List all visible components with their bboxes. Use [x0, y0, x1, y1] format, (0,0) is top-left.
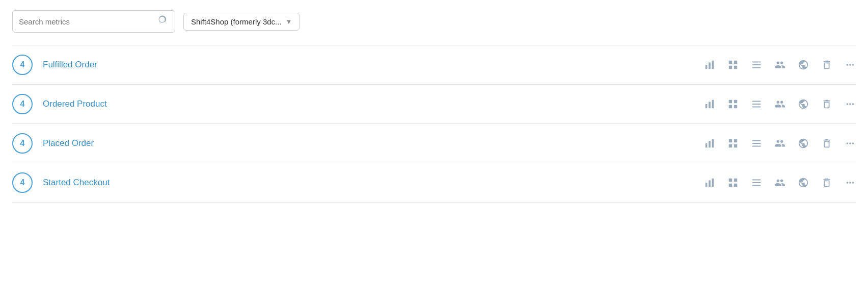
globe-icon[interactable] [798, 59, 809, 70]
metric-badge: 4 [12, 55, 33, 75]
grid-icon[interactable] [727, 59, 739, 70]
metric-name[interactable]: Ordered Product [43, 99, 704, 109]
more-icon[interactable] [845, 59, 856, 70]
list-icon[interactable] [751, 59, 762, 70]
svg-rect-8 [712, 139, 714, 148]
list-icon[interactable] [751, 98, 762, 110]
search-input[interactable] [19, 17, 157, 26]
more-icon[interactable] [845, 138, 856, 149]
users-icon[interactable] [774, 138, 785, 149]
metric-badge: 4 [12, 94, 33, 114]
metric-actions [704, 59, 856, 70]
metric-actions [704, 98, 856, 110]
svg-rect-3 [706, 104, 708, 108]
grid-icon[interactable] [727, 138, 739, 149]
more-icon[interactable] [845, 177, 856, 188]
metric-name[interactable]: Started Checkout [43, 178, 704, 188]
svg-rect-5 [712, 100, 714, 109]
svg-rect-9 [706, 183, 708, 187]
globe-icon[interactable] [798, 98, 809, 110]
svg-rect-10 [709, 180, 711, 187]
grid-icon[interactable] [727, 98, 739, 110]
bar-chart-icon[interactable] [704, 177, 715, 188]
users-icon[interactable] [774, 59, 785, 70]
metric-actions [704, 177, 856, 188]
chevron-down-icon: ▼ [286, 18, 292, 26]
table-row: 4 Placed Order [12, 124, 856, 163]
metric-badge: 4 [12, 133, 33, 154]
search-icon[interactable] [157, 15, 169, 28]
metric-badge: 4 [12, 172, 33, 193]
bar-chart-icon[interactable] [704, 59, 715, 70]
more-icon[interactable] [845, 98, 856, 110]
metric-actions [704, 138, 856, 149]
toolbar: Shift4Shop (formerly 3dc... ▼ [12, 10, 856, 33]
table-row: 4 Started Checkout [12, 163, 856, 203]
svg-rect-4 [709, 102, 711, 108]
dropdown-label: Shift4Shop (formerly 3dc... [191, 17, 282, 26]
users-icon[interactable] [774, 177, 785, 188]
metric-name[interactable]: Fulfilled Order [43, 60, 704, 70]
delete-icon[interactable] [821, 138, 832, 149]
svg-rect-1 [709, 62, 711, 69]
globe-icon[interactable] [798, 138, 809, 149]
list-icon[interactable] [751, 177, 762, 188]
metric-name[interactable]: Placed Order [43, 138, 704, 148]
svg-rect-7 [709, 141, 711, 147]
users-icon[interactable] [774, 98, 785, 110]
metrics-list: 4 Fulfilled Order [12, 45, 856, 203]
table-row: 4 Ordered Product [12, 85, 856, 124]
list-icon[interactable] [751, 138, 762, 149]
svg-rect-6 [706, 143, 708, 147]
bar-chart-icon[interactable] [704, 98, 715, 110]
search-box [12, 10, 175, 33]
svg-rect-11 [712, 179, 714, 187]
table-row: 4 Fulfilled Order [12, 45, 856, 85]
grid-icon[interactable] [727, 177, 739, 188]
source-dropdown[interactable]: Shift4Shop (formerly 3dc... ▼ [183, 13, 300, 31]
svg-rect-0 [706, 65, 708, 69]
delete-icon[interactable] [821, 177, 832, 188]
delete-icon[interactable] [821, 98, 832, 110]
delete-icon[interactable] [821, 59, 832, 70]
bar-chart-icon[interactable] [704, 138, 715, 149]
globe-icon[interactable] [798, 177, 809, 188]
svg-rect-2 [712, 61, 714, 69]
